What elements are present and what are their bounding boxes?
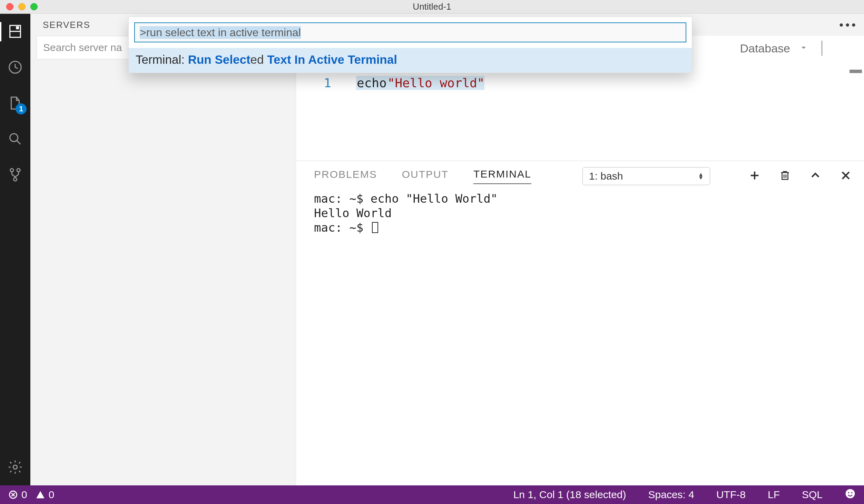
title-bar: Untitled-1 — [0, 0, 864, 14]
svg-rect-2 — [17, 27, 19, 29]
search-view-icon[interactable] — [7, 131, 23, 147]
warning-count: 0 — [49, 489, 55, 501]
svg-point-24 — [846, 489, 855, 498]
feedback-smile-icon[interactable] — [845, 488, 856, 502]
editor-split-divider — [821, 41, 823, 56]
result-prefix: Terminal: — [136, 53, 188, 66]
svg-point-7 — [17, 169, 20, 172]
result-mid: ed — [251, 53, 267, 66]
kill-terminal-icon[interactable] — [779, 170, 791, 183]
error-icon — [8, 490, 18, 500]
maximize-panel-icon[interactable] — [809, 170, 821, 183]
svg-point-6 — [10, 169, 13, 172]
servers-sidebar: SERVERS Search server na — [30, 14, 296, 485]
terminal-selector-label: 1: bash — [589, 170, 623, 182]
svg-point-25 — [848, 492, 849, 493]
source-control-view-icon[interactable] — [7, 167, 23, 183]
database-dropdown-label[interactable]: Database — [740, 42, 790, 55]
tab-output[interactable]: OUTPUT — [402, 169, 449, 184]
status-bar: 0 0 Ln 1, Col 1 (18 selected) Spaces: 4 … — [0, 485, 864, 504]
code-line-1: 1 echo "Hello world" — [317, 76, 484, 90]
window-controls — [6, 3, 38, 10]
close-panel-icon[interactable] — [840, 170, 852, 183]
warning-icon — [36, 490, 45, 500]
settings-gear-icon[interactable] — [7, 459, 23, 475]
zoom-window-button[interactable] — [30, 3, 38, 10]
terminal-selector[interactable]: 1: bash ▲▼ — [582, 167, 710, 185]
code-editor[interactable]: Explain 1 echo "Hello world" — [296, 61, 864, 161]
command-palette-input[interactable]: >run select text in active terminal — [134, 22, 686, 42]
command-palette-result[interactable]: Terminal: Run Selected Text In Active Te… — [129, 48, 692, 73]
main-area: 1 SERVERS Search server na ••• Database — [0, 14, 864, 485]
panel-action-icons — [749, 170, 852, 183]
minimize-window-button[interactable] — [18, 3, 26, 10]
terminal-cursor — [372, 222, 378, 233]
status-spaces[interactable]: Spaces: 4 — [648, 489, 694, 501]
window-title: Untitled-1 — [0, 1, 864, 12]
status-cursor[interactable]: Ln 1, Col 1 (18 selected) — [513, 489, 626, 501]
activity-bar: 1 — [0, 14, 30, 485]
minimap-indicator — [850, 70, 862, 73]
history-view-icon[interactable] — [7, 59, 23, 75]
command-palette-query: >run select text in active terminal — [140, 26, 301, 39]
svg-point-4 — [10, 134, 18, 142]
terminal-line: mac: ~$ — [314, 220, 864, 235]
token-string: "Hello world" — [387, 76, 485, 90]
status-encoding[interactable]: UTF-8 — [716, 489, 746, 501]
files-view-icon[interactable]: 1 — [7, 95, 23, 111]
terminal-line: Hello World — [314, 206, 864, 220]
terminal-line: mac: ~$ echo "Hello World" — [314, 191, 864, 206]
line-number: 1 — [317, 76, 331, 90]
token-echo: echo — [356, 76, 387, 90]
command-palette: >run select text in active terminal Term… — [128, 17, 692, 73]
svg-line-5 — [17, 141, 21, 144]
close-window-button[interactable] — [6, 3, 13, 10]
result-hl2: Text In Active Terminal — [267, 53, 397, 66]
status-language[interactable]: SQL — [802, 489, 823, 501]
error-count: 0 — [21, 489, 27, 501]
terminal-output[interactable]: mac: ~$ echo "Hello World" Hello World m… — [296, 185, 864, 235]
svg-point-9 — [13, 465, 17, 469]
svg-point-26 — [851, 492, 853, 493]
new-terminal-icon[interactable] — [749, 170, 760, 183]
active-indicator — [0, 22, 1, 41]
stepper-arrows-icon: ▲▼ — [698, 173, 704, 180]
panel-tab-row: PROBLEMS OUTPUT TERMINAL 1: bash ▲▼ — [296, 161, 864, 185]
files-badge: 1 — [16, 103, 27, 114]
tab-terminal[interactable]: TERMINAL — [473, 168, 531, 184]
bottom-panel: PROBLEMS OUTPUT TERMINAL 1: bash ▲▼ mac:… — [296, 161, 864, 485]
svg-point-8 — [13, 178, 17, 181]
chevron-down-icon[interactable] — [798, 42, 809, 54]
tab-problems[interactable]: PROBLEMS — [314, 169, 377, 184]
editor-more-actions-icon[interactable]: ••• — [839, 18, 858, 32]
servers-view-icon[interactable] — [7, 23, 23, 39]
editor-group: ••• Database Explain 1 echo "Hello world… — [296, 14, 864, 485]
status-problems[interactable]: 0 0 — [8, 489, 54, 501]
result-hl1: Run Select — [188, 53, 251, 66]
status-eol[interactable]: LF — [768, 489, 780, 501]
